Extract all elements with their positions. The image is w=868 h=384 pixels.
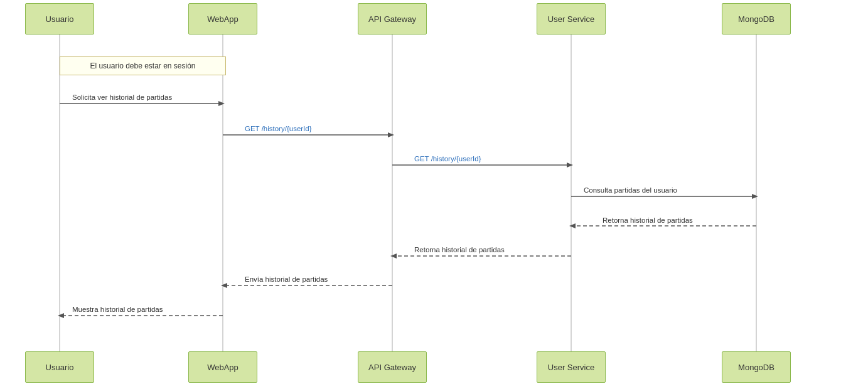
actor-webapp-bottom: WebApp [188,351,257,383]
note-label: El usuario debe estar en sesión [90,61,195,70]
actor-userservice-bottom: User Service [537,351,606,383]
actor-usuario-bottom-label: Usuario [46,363,74,372]
svg-marker-10 [567,163,573,168]
actor-usuario-bottom: Usuario [25,351,94,383]
actor-webapp-top: WebApp [188,3,257,35]
note-box: El usuario debe estar en sesión [60,56,226,75]
actor-usuario-top-label: Usuario [46,14,74,24]
svg-marker-16 [390,253,397,259]
actor-mongodb-top: MongoDB [722,3,791,35]
actor-webapp-top-label: WebApp [207,14,238,24]
svg-marker-12 [752,194,758,199]
actor-apigateway-bottom-label: API Gateway [368,363,416,372]
msg4-label: Consulta partidas del usuario [584,186,677,194]
svg-marker-18 [221,283,227,288]
actor-apigateway-top: API Gateway [358,3,427,35]
svg-marker-20 [58,313,64,318]
msg7-label: Envía historial de partidas [245,275,328,283]
msg5-label: Retorna historial de partidas [603,216,693,224]
msg1-label: Solicita ver historial de partidas [72,93,172,101]
actor-userservice-bottom-label: User Service [548,363,594,372]
actor-webapp-bottom-label: WebApp [207,363,238,372]
sequence-diagram: Usuario WebApp API Gateway User Service … [0,0,868,384]
actor-mongodb-bottom-label: MongoDB [738,363,774,372]
actor-apigateway-top-label: API Gateway [368,14,416,24]
actor-userservice-top-label: User Service [548,14,594,24]
actor-mongodb-bottom: MongoDB [722,351,791,383]
svg-marker-14 [569,223,576,228]
svg-marker-6 [218,101,225,106]
svg-marker-8 [388,132,394,137]
msg2-label: GET /history/{userId} [245,125,312,132]
msg8-label: Muestra historial de partidas [72,306,163,313]
actor-usuario-top: Usuario [25,3,94,35]
actor-userservice-top: User Service [537,3,606,35]
msg6-label: Retorna historial de partidas [414,246,505,253]
msg3-label: GET /history/{userId} [414,155,481,163]
actor-mongodb-top-label: MongoDB [738,14,774,24]
actor-apigateway-bottom: API Gateway [358,351,427,383]
